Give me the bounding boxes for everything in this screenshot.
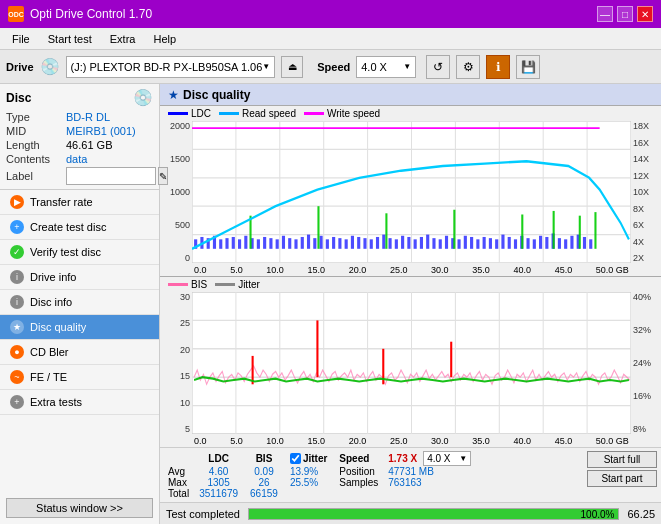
sidebar-item-fe-te[interactable]: ~ FE / TE	[0, 365, 159, 390]
chart1-y-axis-left: 2000 1500 1000 500 0	[162, 121, 192, 263]
svg-rect-45	[389, 238, 392, 249]
menu-extra[interactable]: Extra	[102, 31, 144, 47]
svg-rect-84	[579, 216, 581, 249]
mid-value: MEIRB1 (001)	[66, 125, 136, 137]
avg-bis: 0.09	[244, 466, 284, 477]
svg-rect-76	[583, 237, 586, 249]
chart1-x-axis: 0.0 5.0 10.0 15.0 20.0 25.0 30.0 35.0 40…	[160, 265, 631, 276]
svg-rect-49	[414, 239, 417, 248]
svg-rect-33	[313, 238, 316, 249]
chart1-svg	[192, 121, 631, 263]
extra-tests-icon: +	[10, 395, 24, 409]
svg-rect-67	[526, 238, 529, 249]
save-button[interactable]: 💾	[516, 55, 540, 79]
sidebar-item-transfer-rate[interactable]: ▶ Transfer rate	[0, 190, 159, 215]
panel-header: ★ Disc quality	[160, 84, 661, 106]
speed-dropdown[interactable]: 4.0 X ▼	[356, 56, 416, 78]
charts-area: LDC Read speed Write speed 2000 1500 100…	[160, 106, 661, 447]
type-value: BD-R DL	[66, 111, 110, 123]
stats-table: LDC BIS Jitter Speed 1.73 X 4.0	[164, 451, 473, 499]
chart2-x-axis: 0.0 5.0 10.0 15.0 20.0 25.0 30.0 35.0 40…	[160, 436, 631, 447]
menu-bar: File Start test Extra Help	[0, 28, 661, 50]
svg-rect-68	[533, 239, 536, 248]
svg-rect-58	[470, 237, 473, 249]
settings-button[interactable]: ⚙	[456, 55, 480, 79]
ldc-header: LDC	[193, 451, 244, 466]
max-label: Max	[164, 477, 193, 488]
svg-rect-61	[489, 238, 492, 249]
disc-section-title: Disc	[6, 91, 31, 105]
drive-dropdown[interactable]: (J:) PLEXTOR BD-R PX-LB950SA 1.06 ▼	[66, 56, 276, 78]
chart2-svg	[192, 292, 631, 434]
start-part-button[interactable]: Start part	[587, 470, 657, 487]
transfer-rate-icon: ▶	[10, 195, 24, 209]
refresh-button[interactable]: ↺	[426, 55, 450, 79]
minimize-button[interactable]: —	[597, 6, 613, 22]
sidebar-item-disc-info[interactable]: i Disc info	[0, 290, 159, 315]
svg-rect-40	[357, 237, 360, 249]
sidebar: Disc 💿 Type BD-R DL MID MEIRB1 (001) Len…	[0, 84, 160, 524]
svg-rect-29	[288, 238, 291, 249]
sidebar-item-extra-tests[interactable]: + Extra tests	[0, 390, 159, 415]
sidebar-item-disc-quality[interactable]: ★ Disc quality	[0, 315, 159, 340]
chart1-area: 2000 1500 1000 500 0	[160, 121, 661, 265]
position-label: Position	[333, 466, 384, 477]
chart2-y-axis-left: 30 25 20 15 10 5	[162, 292, 192, 434]
svg-rect-82	[521, 214, 523, 248]
speed-unit-dropdown[interactable]: 4.0 X ▼	[423, 451, 471, 466]
svg-rect-46	[395, 239, 398, 248]
menu-file[interactable]: File	[4, 31, 38, 47]
chart1-container: LDC Read speed Write speed 2000 1500 100…	[160, 106, 661, 277]
svg-rect-74	[570, 236, 573, 249]
svg-rect-27	[276, 239, 279, 248]
chart1-y-axis-right: 18X 16X 14X 12X 10X 8X 6X 4X 2X	[631, 121, 659, 263]
drive-icon: 💿	[40, 57, 60, 76]
svg-rect-28	[282, 236, 285, 249]
progress-fill	[249, 509, 618, 519]
close-button[interactable]: ✕	[637, 6, 653, 22]
disc-section-icon: 💿	[133, 88, 153, 107]
avg-label: Avg	[164, 466, 193, 477]
total-ldc: 3511679	[193, 488, 244, 499]
svg-rect-22	[244, 236, 247, 249]
svg-rect-48	[407, 237, 410, 249]
avg-ldc: 4.60	[193, 466, 244, 477]
status-window-button[interactable]: Status window >>	[6, 498, 153, 518]
svg-rect-38	[345, 239, 348, 248]
length-value: 46.61 GB	[66, 139, 112, 151]
svg-rect-80	[385, 213, 387, 249]
speed-dropdown-arrow-icon: ▼	[403, 62, 411, 71]
svg-rect-30	[294, 239, 297, 248]
menu-help[interactable]: Help	[145, 31, 184, 47]
total-label: Total	[164, 488, 193, 499]
sidebar-item-create-test-disc[interactable]: + Create test disc	[0, 215, 159, 240]
svg-rect-72	[558, 238, 561, 249]
contents-label: Contents	[6, 153, 66, 165]
speed-unit-arrow-icon: ▼	[459, 454, 467, 463]
app-title: Opti Drive Control 1.70	[30, 7, 152, 21]
sidebar-item-label: Transfer rate	[30, 196, 93, 208]
eject-button[interactable]: ⏏	[281, 56, 303, 78]
svg-rect-63	[501, 235, 504, 249]
mid-label: MID	[6, 125, 66, 137]
avg-jitter: 13.9%	[284, 466, 333, 477]
svg-rect-34	[320, 236, 323, 249]
label-input[interactable]	[66, 167, 156, 185]
jitter-checkbox[interactable]	[290, 453, 301, 464]
sidebar-item-label: Create test disc	[30, 221, 106, 233]
sidebar-item-drive-info[interactable]: i Drive info	[0, 265, 159, 290]
menu-start-test[interactable]: Start test	[40, 31, 100, 47]
drive-dropdown-arrow-icon: ▼	[262, 62, 270, 71]
svg-rect-32	[307, 235, 310, 249]
sidebar-item-cd-bler[interactable]: ● CD Bler	[0, 340, 159, 365]
info-button[interactable]: ℹ	[486, 55, 510, 79]
sidebar-item-label: Disc quality	[30, 321, 86, 333]
maximize-button[interactable]: □	[617, 6, 633, 22]
svg-rect-81	[453, 210, 455, 249]
max-bis: 26	[244, 477, 284, 488]
panel-title: Disc quality	[183, 88, 250, 102]
sidebar-item-verify-test-disc[interactable]: ✓ Verify test disc	[0, 240, 159, 265]
speed-header: Speed	[333, 451, 384, 466]
start-full-button[interactable]: Start full	[587, 451, 657, 468]
svg-rect-31	[301, 237, 304, 249]
